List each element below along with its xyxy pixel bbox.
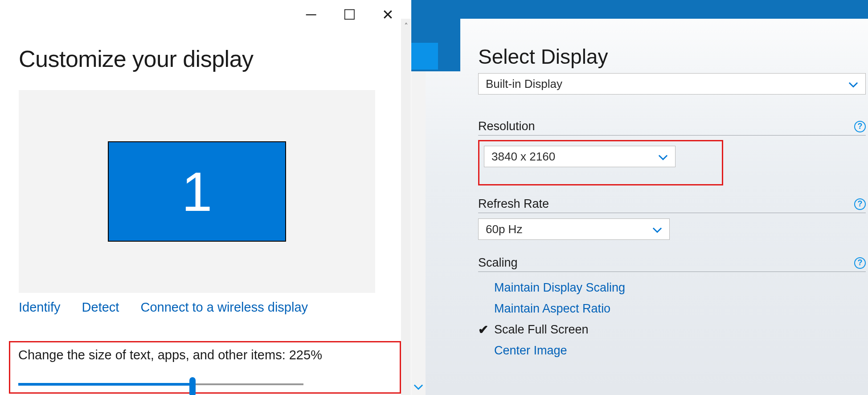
refresh-rate-select[interactable]: 60p Hz (478, 218, 670, 240)
root: ─ ☐ ✕ Customize your display 1 Identify … (0, 0, 868, 395)
select-display-title: Select Display (478, 45, 855, 69)
scroll-down-icon[interactable] (411, 382, 426, 392)
scaling-option-label: Maintain Aspect Ratio (494, 302, 610, 316)
display-select[interactable]: Built-in Display (478, 73, 866, 95)
window-controls: ─ ☐ ✕ (300, 0, 411, 23)
right-content: Select Display Built-in Display Resoluti… (478, 45, 855, 361)
right-topbar (411, 0, 868, 19)
chevron-down-icon (658, 150, 668, 164)
scaling-option-label: Center Image (494, 344, 567, 358)
display-links: Identify Detect Connect to a wireless di… (19, 300, 392, 315)
resolution-label: Resolution (478, 119, 535, 133)
page-title: Customize your display (19, 45, 392, 72)
right-sidebar (411, 19, 460, 71)
scaling-option-center-image[interactable]: Center Image (494, 340, 855, 361)
scrollbar-middle[interactable] (411, 19, 426, 395)
scaling-header: Scaling ? (478, 256, 866, 272)
refresh-rate-label: Refresh Rate (478, 197, 549, 211)
resolution-select[interactable]: 3840 x 2160 (484, 146, 676, 167)
scaling-option-maintain-display[interactable]: Maintain Display Scaling (494, 277, 855, 298)
windows-settings-panel: ─ ☐ ✕ Customize your display 1 Identify … (0, 0, 411, 395)
help-icon[interactable]: ? (854, 121, 866, 132)
detect-link[interactable]: Detect (82, 300, 119, 314)
close-button[interactable]: ✕ (377, 6, 398, 23)
resolution-section: Resolution ? 3840 x 2160 (478, 119, 855, 185)
help-icon[interactable]: ? (854, 198, 866, 210)
refresh-rate-header: Refresh Rate ? (478, 197, 866, 213)
scroll-up-icon[interactable]: ˄ (401, 21, 411, 31)
monitor-thumbnail[interactable]: 1 (108, 141, 286, 242)
text-size-slider[interactable] (18, 379, 303, 393)
sidebar-selected-tab[interactable] (411, 43, 438, 70)
scaling-option-label: Maintain Display Scaling (494, 281, 625, 295)
scaling-option-maintain-aspect[interactable]: Maintain Aspect Ratio (494, 298, 855, 319)
graphics-control-panel: Select Display Built-in Display Resoluti… (411, 0, 868, 395)
scaling-section: Scaling ? Maintain Display Scaling Maint… (478, 256, 855, 361)
scaling-option-scale-full[interactable]: ✔ Scale Full Screen (494, 319, 855, 340)
resolution-value: 3840 x 2160 (491, 150, 555, 164)
resolution-header: Resolution ? (478, 119, 866, 136)
scaling-label: Scaling (478, 256, 518, 270)
display-select-value: Built-in Display (486, 77, 562, 91)
slider-thumb[interactable] (189, 377, 196, 395)
resolution-highlight-box: 3840 x 2160 (478, 140, 723, 185)
slider-fill (18, 383, 192, 386)
chevron-down-icon (848, 77, 858, 91)
refresh-rate-section: Refresh Rate ? 60p Hz (478, 197, 855, 240)
monitor-number: 1 (182, 160, 213, 223)
chevron-down-icon (652, 222, 662, 236)
display-preview[interactable]: 1 (19, 90, 375, 293)
identify-link[interactable]: Identify (19, 300, 61, 314)
help-icon[interactable]: ? (854, 257, 866, 269)
maximize-button[interactable]: ☐ (339, 6, 360, 23)
minimize-button[interactable]: ─ (300, 6, 322, 23)
left-content: Customize your display 1 Identify Detect… (19, 45, 392, 315)
scale-label: Change the size of text, apps, and other… (18, 348, 322, 362)
scaling-options: Maintain Display Scaling Maintain Aspect… (478, 277, 855, 361)
check-icon: ✔ (478, 322, 488, 337)
wireless-display-link[interactable]: Connect to a wireless display (140, 300, 308, 314)
scaling-option-label: Scale Full Screen (494, 323, 589, 337)
refresh-rate-value: 60p Hz (486, 222, 522, 236)
chevron-down-icon (414, 384, 423, 390)
scrollbar-left[interactable]: ˄ (401, 19, 411, 395)
